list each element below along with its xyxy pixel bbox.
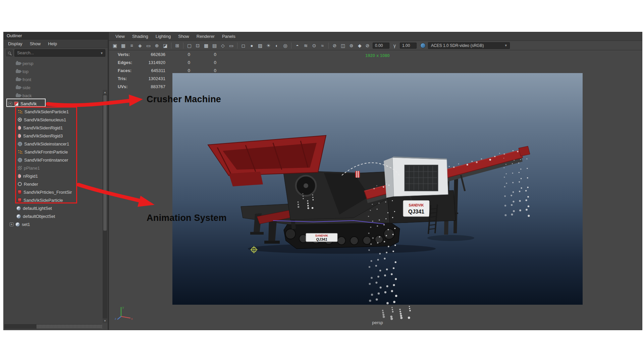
outliner-item[interactable]: pPlane1 — [4, 164, 108, 172]
icon-glyph: ◪ — [163, 43, 167, 48]
resolution-gate-icon[interactable]: ⊡ — [194, 42, 202, 49]
outliner-item-sandvik[interactable]: + SandVik — [4, 100, 108, 108]
rear-brand-label: SANDVIK QJ341 — [403, 200, 429, 217]
render-icon — [18, 182, 22, 186]
outliner-item-camera[interactable]: back — [4, 92, 108, 100]
outliner-item[interactable]: SandVikFrontinstancer — [4, 156, 108, 164]
outliner-item[interactable]: SandVikSidenRigid3 — [4, 132, 108, 140]
outliner-item-set[interactable]: defaultObjectSet — [4, 212, 108, 220]
multisample-icon[interactable]: ≋ — [302, 42, 310, 49]
wireframe-icon[interactable]: ◻ — [239, 42, 247, 49]
outliner-item[interactable]: SandVikSidenRigid1 — [4, 124, 108, 132]
viewport-menu-item[interactable]: Panels — [218, 34, 239, 39]
gamma-field[interactable]: 1.00 — [400, 43, 417, 49]
color-management-icon[interactable] — [420, 43, 426, 48]
outliner-item[interactable]: SandVikSideinstancer1 — [4, 140, 108, 148]
icon-glyph: ⊘ — [333, 43, 337, 48]
outliner-item[interactable]: Render — [4, 180, 108, 188]
scrollbar-thumb[interactable] — [37, 324, 102, 328]
icon-glyph: ☀ — [266, 43, 271, 48]
outliner-item[interactable]: SandVikSideParticle — [4, 196, 108, 204]
instancer-icon — [18, 142, 22, 146]
outliner-horizontal-scrollbar[interactable] — [4, 324, 102, 329]
bookmark-icon[interactable]: ◈ — [136, 42, 144, 49]
brand-text: SANDVIK — [315, 234, 328, 237]
icon-glyph: ◫ — [341, 43, 345, 48]
scroll-up-icon[interactable]: ▲ — [103, 90, 107, 95]
camera-list: persp top front side back — [4, 59, 108, 100]
outliner-menu-item[interactable]: Display — [4, 41, 26, 46]
colorspace-value: ACES 1.0 SDR-video (sRGB) — [431, 43, 484, 48]
gate-mask-icon[interactable]: ▩ — [202, 42, 210, 49]
item-label: side — [22, 85, 31, 90]
grid-icon[interactable]: ⊞ — [173, 42, 181, 49]
engine-grille — [405, 165, 438, 191]
viewport-menu-item[interactable]: Shading — [128, 34, 152, 39]
outliner-item[interactable]: nRigid1 — [4, 172, 108, 180]
viewport-menu-item[interactable]: Renderer — [193, 34, 218, 39]
pan-zoom-icon[interactable]: ⊕ — [153, 42, 161, 49]
outliner-item[interactable]: SandVikSidenParticle1 — [4, 108, 108, 116]
colorspace-dropdown[interactable]: ACES 1.0 SDR-video (sRGB) ▾ — [428, 42, 510, 49]
toolbar-separator — [291, 43, 291, 49]
camera-attributes-icon[interactable]: ≡ — [128, 42, 136, 49]
search-input[interactable] — [17, 51, 99, 55]
expand-toggle[interactable]: + — [8, 102, 12, 106]
plugin-shading-icon[interactable]: ◆ — [356, 42, 364, 49]
xray-icon[interactable]: ◫ — [339, 42, 347, 49]
outliner-item[interactable]: SandVikFrontnParticle — [4, 148, 108, 156]
smooth-shade-icon[interactable]: ● — [248, 42, 256, 49]
fog-icon[interactable]: ≈ — [319, 42, 326, 49]
resolution-label: 644 x 362 — [172, 53, 583, 58]
viewport-menu-item[interactable]: View — [112, 34, 128, 39]
viewport-menubar: ViewShadingLightingShowRendererPanels — [109, 32, 642, 41]
lock-camera-icon[interactable]: ▦ — [119, 42, 127, 49]
outliner-menu-item[interactable]: Show — [26, 41, 45, 46]
outliner-item[interactable]: SandVikSidenucleus1 — [4, 116, 108, 124]
outliner-item-camera[interactable]: side — [4, 83, 108, 92]
model-text: QJ341 — [408, 209, 424, 215]
set-icon — [16, 206, 21, 210]
outliner-item-set[interactable]: defaultLightSet — [4, 204, 108, 212]
camera-icon — [16, 78, 20, 81]
axis-gizmo: y x z — [114, 304, 135, 321]
exposure-toggle-icon[interactable]: ⊘ — [364, 42, 371, 49]
hud-label: Verts: — [118, 52, 143, 57]
screen-ao-icon[interactable]: ◎ — [281, 42, 289, 49]
depth-of-field-icon[interactable]: ⊙ — [310, 42, 318, 49]
scrollbar-thumb[interactable] — [103, 95, 107, 231]
outliner-item-camera[interactable]: persp — [4, 59, 108, 67]
outliner-item-camera[interactable]: top — [4, 67, 108, 75]
viewport-menu-item[interactable]: Show — [174, 34, 193, 39]
motion-blur-icon[interactable]: ◓ — [293, 42, 301, 49]
outliner-item-set1[interactable]: + set1 — [4, 220, 108, 228]
outliner-item[interactable]: SandVikPrticles_FrontSir — [4, 188, 108, 196]
expand-toggle[interactable]: + — [10, 223, 13, 226]
safe-title-icon[interactable]: ▭ — [227, 42, 235, 49]
outliner-menu-item[interactable]: Help — [44, 41, 61, 46]
x-axis-label: x — [131, 317, 133, 320]
joints-icon[interactable]: ⊚ — [347, 42, 355, 49]
exposure-field[interactable]: 0.00 — [373, 43, 389, 49]
field-chart-icon[interactable]: ▤ — [211, 42, 218, 49]
image-plane-icon[interactable]: ▭ — [145, 42, 152, 49]
outliner-item-camera[interactable]: front — [4, 75, 108, 83]
textured-icon[interactable]: ▨ — [256, 42, 264, 49]
gamma-toggle-icon[interactable]: γ — [391, 42, 398, 49]
viewport-menu-item[interactable]: Lighting — [152, 34, 175, 39]
shadows-icon[interactable]: ◐ — [273, 42, 281, 49]
search-caret-icon[interactable]: ▾ — [101, 51, 103, 55]
safe-action-icon[interactable]: ◇ — [219, 42, 227, 49]
use-all-lights-icon[interactable]: ☀ — [265, 42, 272, 49]
film-gate-icon[interactable]: ▢ — [185, 42, 193, 49]
outliner-vertical-scrollbar[interactable]: ▲ ▼ — [103, 90, 107, 323]
viewport-canvas[interactable]: Verts: 662636 0 0 Edges: 1314920 0 0 Fac… — [109, 50, 642, 330]
select-camera-icon[interactable]: ▣ — [111, 42, 119, 49]
scroll-down-icon[interactable]: ▼ — [103, 318, 107, 323]
model-text: QJ341 — [316, 237, 327, 241]
search-filter-button[interactable] — [6, 50, 13, 56]
isolate-select-icon[interactable]: ⊘ — [331, 42, 338, 49]
item-label: SandVikSideParticle — [23, 198, 63, 203]
engine-box — [384, 157, 448, 198]
grease-pencil-icon[interactable]: ◪ — [161, 42, 169, 49]
